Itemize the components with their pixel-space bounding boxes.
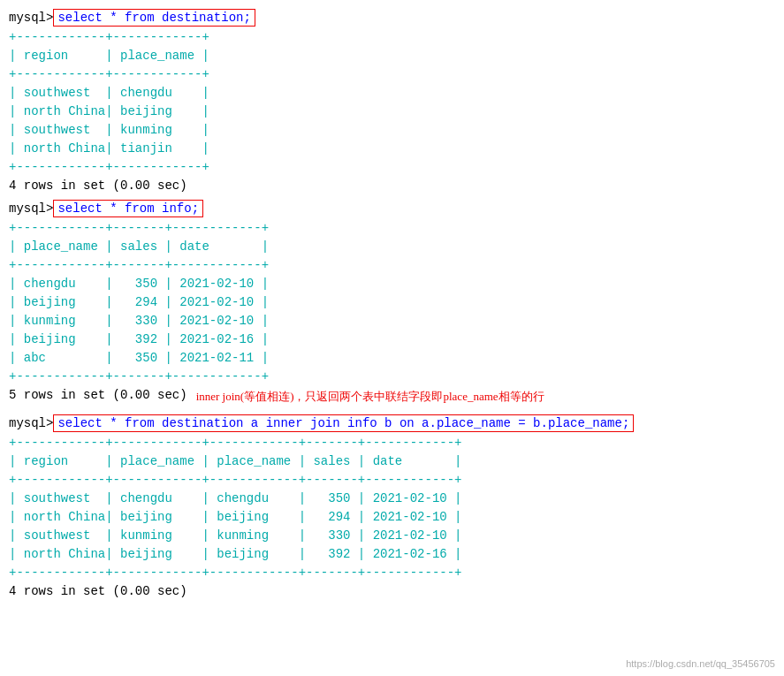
terminal-container: mysql> select * from destination; +-----… xyxy=(9,9,775,598)
result-info-2: 5 rows in set (0.00 sec) xyxy=(9,388,187,402)
table-join-result: +------------+------------+------------+… xyxy=(9,434,775,582)
watermark: https://blog.csdn.net/qq_35456705 xyxy=(626,658,775,669)
block-destination: mysql> select * from destination; +-----… xyxy=(9,9,775,193)
prompt-line-3: mysql> select * from destination a inner… xyxy=(9,414,775,432)
block-inner-join: mysql> select * from destination a inner… xyxy=(9,414,775,598)
mysql-prompt-3: mysql> xyxy=(9,416,53,430)
table-destination: +------------+------------+ | region | p… xyxy=(9,28,775,177)
prompt-line-2: mysql> select * from info; xyxy=(9,200,775,217)
table-info: +------------+-------+------------+ | pl… xyxy=(9,219,775,386)
sql-command-1: select * from destination; xyxy=(53,9,255,27)
mysql-prompt-1: mysql> xyxy=(9,11,53,25)
mysql-prompt-2: mysql> xyxy=(9,201,53,216)
block-info: mysql> select * from info; +------------… xyxy=(9,200,775,407)
result-comment-line: 5 rows in set (0.00 sec) inner join(等值相连… xyxy=(9,386,775,407)
prompt-line-1: mysql> select * from destination; xyxy=(9,9,775,27)
result-info-1: 4 rows in set (0.00 sec) xyxy=(9,178,775,193)
sql-command-3: select * from destination a inner join i… xyxy=(53,414,634,432)
sql-command-2: select * from info; xyxy=(53,200,203,217)
result-info-3: 4 rows in set (0.00 sec) xyxy=(9,584,775,598)
inner-join-comment: inner join(等值相连)，只返回两个表中联结字段即place_name相… xyxy=(196,389,544,405)
